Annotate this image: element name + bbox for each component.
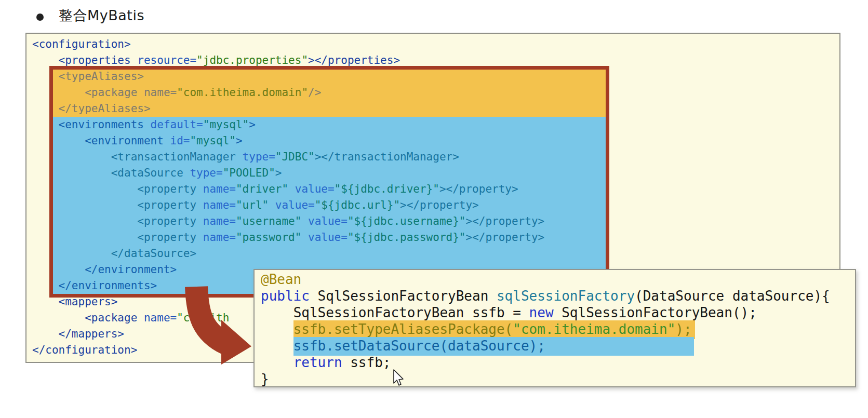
code-token: <properties: [59, 54, 138, 66]
code-token: name=: [203, 199, 236, 211]
indent: [261, 355, 293, 370]
code-line: <property name="username" value="${jdbc.…: [32, 213, 544, 230]
code-token: ></property>: [400, 199, 479, 211]
code-token: <transactionManager: [111, 151, 243, 163]
code-line: <property name="driver" value="${jdbc.dr…: [32, 181, 544, 197]
code-token: default=: [151, 118, 203, 131]
code-token: <typeAliases>: [59, 70, 144, 83]
code-token: </environments>: [59, 279, 157, 292]
code-token: <configuration>: [32, 38, 131, 50]
indent: [32, 118, 59, 131]
code-line: <properties resource="jdbc.properties"><…: [32, 52, 544, 69]
indent: [32, 86, 85, 99]
java-code-popup: @Beanpublic SqlSessionFactoryBean sqlSes…: [253, 269, 856, 387]
code-token: "mysql": [190, 134, 236, 147]
code-line: <environment id="mysql">: [32, 133, 544, 149]
code-token: "password": [236, 231, 308, 244]
code-token: name=: [144, 86, 177, 99]
code-token: <property: [137, 231, 203, 244]
code-token: ></properties>: [308, 54, 400, 66]
code-token: "JDBC": [275, 151, 315, 163]
code-token: return: [293, 355, 351, 370]
code-token: value=: [308, 231, 348, 244]
code-token: "${jdbc.username}": [348, 215, 466, 227]
code-token: <property: [137, 199, 203, 211]
code-line: <property name="url" value="${jdbc.url}"…: [32, 197, 544, 213]
code-token: ></property>: [439, 183, 518, 195]
code-token: public: [261, 288, 318, 304]
code-line: <configuration>: [32, 36, 544, 52]
code-line: SqlSessionFactoryBean ssfb = new SqlSess…: [261, 304, 830, 321]
indent: [261, 321, 293, 337]
indent: [32, 167, 111, 179]
indent: [261, 305, 293, 320]
indent: [32, 279, 59, 292]
indent: [32, 134, 85, 147]
indent: [32, 263, 85, 276]
code-token: );: [675, 321, 691, 337]
code-line: ssfb.setDataSource(dataSource);: [261, 338, 830, 354]
indent: [32, 183, 137, 195]
code-token: ssfb.setDataSource(dataSource);: [293, 338, 545, 354]
code-token: "POOLED": [223, 167, 275, 179]
indent: [32, 54, 59, 66]
code-token: "jdbc.properties": [196, 54, 308, 66]
code-token: type=: [243, 151, 275, 163]
code-line: </dataSource>: [32, 246, 544, 262]
bullet-icon: [36, 14, 44, 21]
code-token: SqlSessionFactoryBean: [318, 288, 497, 304]
code-token: <property: [137, 215, 203, 227]
code-token: new: [529, 305, 562, 320]
code-token: id=: [170, 134, 190, 147]
code-token: SqlSessionFactoryBean ssfb =: [293, 305, 529, 320]
code-token: SqlSessionFactoryBean();: [562, 305, 757, 320]
code-token: >: [275, 167, 282, 179]
code-token: "com.itheima.domain": [177, 86, 308, 99]
code-line: return ssfb;: [261, 354, 830, 371]
indent: [32, 312, 85, 324]
code-token: </typeAliases>: [59, 102, 151, 115]
code-token: <package: [85, 86, 144, 99]
code-token: name=: [203, 183, 236, 195]
code-token: <property: [137, 183, 203, 195]
code-line: <environments default="mysql">: [32, 117, 544, 133]
code-token: "${jdbc.password}": [348, 231, 466, 244]
title-row: 整合MyBatis: [36, 6, 144, 25]
code-line: ssfb.setTypeAliasesPackage("com.itheima.…: [261, 321, 830, 338]
code-token: "com.ith: [177, 312, 229, 324]
code-token: />: [308, 86, 321, 99]
code-token: name=: [203, 215, 236, 227]
code-token: value=: [308, 215, 348, 227]
indent: [32, 102, 59, 115]
code-token: "${jdbc.url}": [315, 199, 400, 211]
code-token: <package: [85, 312, 144, 324]
code-line: <transactionManager type="JDBC"></transa…: [32, 149, 544, 165]
code-token: >: [249, 118, 256, 131]
code-line: <property name="password" value="${jdbc.…: [32, 230, 544, 246]
code-token: ssfb.setTypeAliasesPackage(: [293, 321, 513, 337]
code-token: name=: [144, 312, 177, 324]
code-token: value=: [295, 183, 335, 195]
code-token: (DataSource dataSource){: [635, 288, 830, 304]
orange-highlight-bar: ssfb.setTypeAliasesPackage("com.itheima.…: [293, 320, 695, 339]
indent: [32, 199, 137, 211]
code-token: ssfb;: [350, 355, 391, 370]
code-token: }: [261, 371, 269, 387]
code-token: name=: [203, 231, 236, 244]
code-token: <environments: [59, 118, 151, 131]
page-title: 整合MyBatis: [59, 6, 144, 25]
code-token: </environment>: [85, 263, 177, 276]
code-line: <package name="com.itheima.domain"/>: [32, 85, 544, 101]
code-token: <environment: [85, 134, 170, 147]
code-token: "${jdbc.driver}": [335, 183, 439, 195]
code-line: public SqlSessionFactoryBean sqlSessionF…: [261, 288, 830, 304]
code-token: "driver": [236, 183, 295, 195]
code-token: "url": [236, 199, 275, 211]
code-token: "com.itheima.domain": [513, 321, 675, 337]
code-line: @Bean: [261, 271, 830, 288]
code-token: </dataSource>: [111, 247, 196, 260]
code-token: @Bean: [261, 272, 301, 287]
code-token: ></property>: [465, 231, 544, 244]
code-token: value=: [275, 199, 315, 211]
code-token: <mappers>: [59, 295, 118, 308]
